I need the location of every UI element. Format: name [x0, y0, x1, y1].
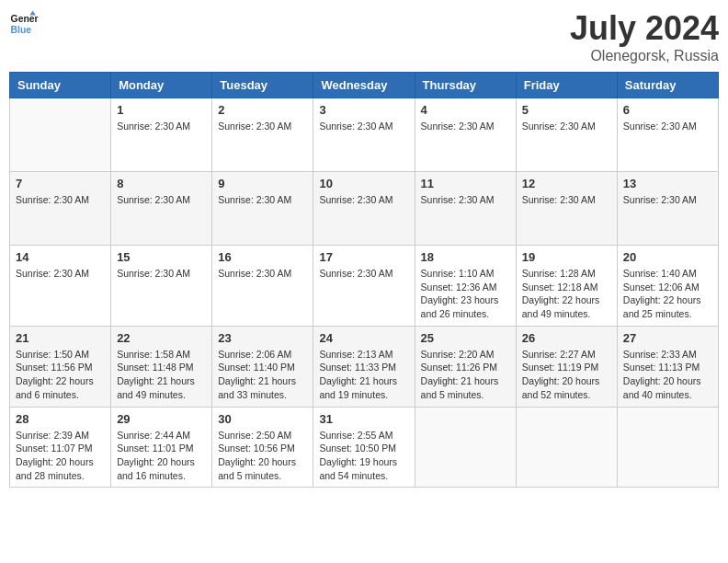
day-number: 26: [522, 331, 611, 345]
column-header-friday: Friday: [516, 73, 617, 98]
day-number: 12: [522, 177, 611, 190]
day-info: Sunrise: 2:30 AM: [319, 267, 408, 281]
day-number: 15: [117, 250, 206, 264]
calendar-cell: 24Sunrise: 2:13 AM Sunset: 11:33 PM Dayl…: [313, 326, 415, 407]
main-title: July 2024: [570, 9, 719, 48]
calendar-cell: 1Sunrise: 2:30 AM: [111, 98, 212, 172]
day-info: Sunrise: 2:30 AM: [117, 267, 206, 281]
svg-text:General: General: [11, 14, 39, 24]
week-row-1: 1Sunrise: 2:30 AM2Sunrise: 2:30 AM3Sunri…: [10, 98, 719, 172]
day-number: 30: [218, 412, 307, 426]
day-number: 13: [623, 177, 712, 190]
day-info: Sunrise: 2:30 AM: [623, 120, 712, 133]
day-info: Sunrise: 1:40 AM Sunset: 12:06 AM Daylig…: [623, 267, 712, 321]
day-number: 9: [218, 177, 307, 190]
day-info: Sunrise: 2:30 AM: [522, 120, 611, 133]
calendar-cell: 7Sunrise: 2:30 AM: [10, 172, 111, 246]
svg-marker-2: [29, 11, 35, 16]
calendar-cell: 2Sunrise: 2:30 AM: [212, 98, 313, 172]
day-number: 7: [16, 177, 105, 190]
calendar-cell: 19Sunrise: 1:28 AM Sunset: 12:18 AM Dayl…: [516, 246, 617, 327]
calendar-cell: 17Sunrise: 2:30 AM: [313, 246, 415, 327]
day-info: Sunrise: 2:30 AM: [623, 193, 712, 207]
day-info: Sunrise: 2:30 AM: [16, 193, 105, 207]
day-number: 3: [319, 103, 408, 117]
week-row-2: 7Sunrise: 2:30 AM8Sunrise: 2:30 AM9Sunri…: [10, 172, 719, 246]
subtitle: Olenegorsk, Russia: [570, 48, 719, 64]
logo-icon: General Blue: [9, 9, 39, 39]
calendar-cell: 3Sunrise: 2:30 AM: [313, 98, 415, 172]
day-number: 4: [421, 103, 510, 117]
day-number: 25: [421, 331, 510, 345]
title-area: July 2024 Olenegorsk, Russia: [570, 9, 719, 64]
column-header-thursday: Thursday: [415, 73, 516, 98]
calendar-table: SundayMondayTuesdayWednesdayThursdayFrid…: [9, 72, 719, 488]
calendar-cell: 26Sunrise: 2:27 AM Sunset: 11:19 PM Dayl…: [516, 326, 617, 407]
day-info: Sunrise: 2:30 AM: [218, 120, 307, 133]
column-header-sunday: Sunday: [10, 73, 111, 98]
day-number: 23: [218, 331, 307, 345]
calendar-body: 1Sunrise: 2:30 AM2Sunrise: 2:30 AM3Sunri…: [10, 98, 719, 488]
day-number: 18: [421, 250, 510, 264]
day-number: 20: [623, 250, 712, 264]
day-number: 2: [218, 103, 307, 117]
header: General Blue July 2024 Olenegorsk, Russi…: [9, 9, 719, 64]
day-number: 21: [16, 331, 105, 345]
calendar-header-row: SundayMondayTuesdayWednesdayThursdayFrid…: [10, 73, 719, 98]
day-info: Sunrise: 2:33 AM Sunset: 11:13 PM Daylig…: [623, 348, 712, 402]
day-info: Sunrise: 1:28 AM Sunset: 12:18 AM Daylig…: [522, 267, 611, 321]
calendar-cell: 16Sunrise: 2:30 AM: [212, 246, 313, 327]
day-number: 24: [319, 331, 408, 345]
calendar-cell: 4Sunrise: 2:30 AM: [415, 98, 516, 172]
day-number: 29: [117, 412, 206, 426]
calendar-cell: 20Sunrise: 1:40 AM Sunset: 12:06 AM Dayl…: [617, 246, 718, 327]
day-info: Sunrise: 1:58 AM Sunset: 11:48 PM Daylig…: [117, 348, 206, 402]
day-info: Sunrise: 2:44 AM Sunset: 11:01 PM Daylig…: [117, 429, 206, 483]
day-info: Sunrise: 2:39 AM Sunset: 11:07 PM Daylig…: [16, 429, 105, 483]
day-info: Sunrise: 2:30 AM: [218, 267, 307, 281]
day-info: Sunrise: 2:20 AM Sunset: 11:26 PM Daylig…: [421, 348, 510, 402]
day-info: Sunrise: 2:30 AM: [117, 120, 206, 133]
day-info: Sunrise: 2:30 AM: [421, 193, 510, 207]
day-info: Sunrise: 2:06 AM Sunset: 11:40 PM Daylig…: [218, 348, 307, 402]
day-number: 28: [16, 412, 105, 426]
column-header-monday: Monday: [111, 73, 212, 98]
calendar-cell: [415, 407, 516, 488]
day-info: Sunrise: 2:50 AM Sunset: 10:56 PM Daylig…: [218, 429, 307, 483]
day-info: Sunrise: 2:30 AM: [218, 193, 307, 207]
week-row-4: 21Sunrise: 1:50 AM Sunset: 11:56 PM Dayl…: [10, 326, 719, 407]
column-header-tuesday: Tuesday: [212, 73, 313, 98]
day-number: 8: [117, 177, 206, 190]
calendar-cell: 9Sunrise: 2:30 AM: [212, 172, 313, 246]
calendar-cell: [516, 407, 617, 488]
day-number: 31: [319, 412, 408, 426]
calendar-cell: 22Sunrise: 1:58 AM Sunset: 11:48 PM Dayl…: [111, 326, 212, 407]
day-number: 17: [319, 250, 408, 264]
calendar-cell: 18Sunrise: 1:10 AM Sunset: 12:36 AM Dayl…: [415, 246, 516, 327]
calendar-cell: [10, 98, 111, 172]
day-number: 10: [319, 177, 408, 190]
week-row-5: 28Sunrise: 2:39 AM Sunset: 11:07 PM Dayl…: [10, 407, 719, 488]
day-info: Sunrise: 2:30 AM: [522, 193, 611, 207]
day-info: Sunrise: 2:27 AM Sunset: 11:19 PM Daylig…: [522, 348, 611, 402]
day-number: 27: [623, 331, 712, 345]
day-info: Sunrise: 2:30 AM: [319, 193, 408, 207]
calendar-cell: 31Sunrise: 2:55 AM Sunset: 10:50 PM Dayl…: [313, 407, 415, 488]
day-number: 16: [218, 250, 307, 264]
calendar-cell: 30Sunrise: 2:50 AM Sunset: 10:56 PM Dayl…: [212, 407, 313, 488]
day-info: Sunrise: 2:13 AM Sunset: 11:33 PM Daylig…: [319, 348, 408, 402]
day-info: Sunrise: 2:30 AM: [117, 193, 206, 207]
day-number: 5: [522, 103, 611, 117]
day-info: Sunrise: 2:30 AM: [16, 267, 105, 281]
calendar-cell: 11Sunrise: 2:30 AM: [415, 172, 516, 246]
calendar-cell: [617, 407, 718, 488]
day-number: 14: [16, 250, 105, 264]
calendar-cell: 6Sunrise: 2:30 AM: [617, 98, 718, 172]
calendar-cell: 29Sunrise: 2:44 AM Sunset: 11:01 PM Dayl…: [111, 407, 212, 488]
day-number: 1: [117, 103, 206, 117]
day-info: Sunrise: 2:55 AM Sunset: 10:50 PM Daylig…: [319, 429, 408, 483]
day-number: 19: [522, 250, 611, 264]
day-info: Sunrise: 1:10 AM Sunset: 12:36 AM Daylig…: [421, 267, 510, 321]
calendar-cell: 15Sunrise: 2:30 AM: [111, 246, 212, 327]
week-row-3: 14Sunrise: 2:30 AM15Sunrise: 2:30 AM16Su…: [10, 246, 719, 327]
